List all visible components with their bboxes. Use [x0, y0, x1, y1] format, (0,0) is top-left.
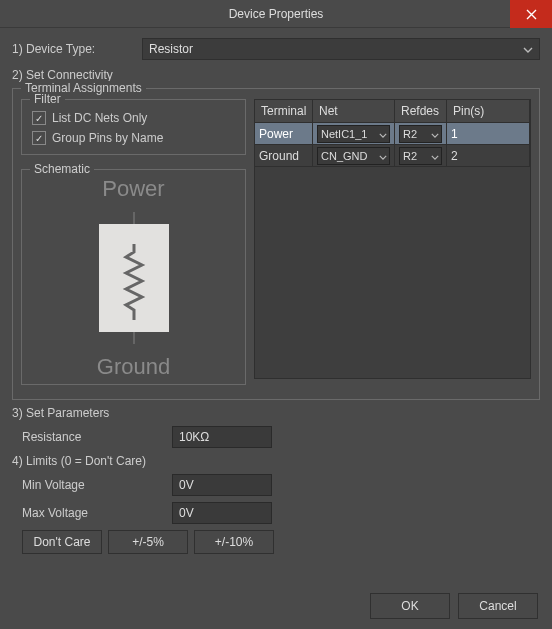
- resistor-symbol: [99, 224, 169, 332]
- cell-terminal: Power: [255, 123, 313, 144]
- filter-group: Filter ✓ List DC Nets Only ✓ Group Pins …: [21, 99, 246, 155]
- ok-button[interactable]: OK: [370, 593, 450, 619]
- terminal-assignments-group: Terminal Assignments Filter ✓ List DC Ne…: [12, 88, 540, 400]
- set-connectivity-label: 2) Set Connectivity: [12, 68, 540, 82]
- chevron-down-icon: [379, 128, 387, 140]
- min-voltage-label: Min Voltage: [22, 478, 172, 492]
- cell-net: NetIC1_1: [313, 123, 395, 144]
- chevron-down-icon: [431, 150, 439, 162]
- resistance-input[interactable]: 10KΩ: [172, 426, 272, 448]
- th-terminal[interactable]: Terminal: [255, 100, 313, 122]
- resistance-label: Resistance: [22, 430, 172, 444]
- list-dc-checkbox[interactable]: ✓ List DC Nets Only: [28, 108, 239, 128]
- device-type-value: Resistor: [149, 42, 193, 56]
- cell-net: CN_GND: [313, 145, 395, 166]
- titlebar: Device Properties: [0, 0, 552, 28]
- refdes-dropdown-value: R2: [403, 128, 417, 140]
- checkbox-icon: ✓: [32, 131, 46, 145]
- cancel-button[interactable]: Cancel: [458, 593, 538, 619]
- th-net[interactable]: Net: [313, 100, 395, 122]
- refdes-dropdown[interactable]: R2: [399, 147, 442, 165]
- chevron-down-icon: [379, 150, 387, 162]
- refdes-dropdown-value: R2: [403, 150, 417, 162]
- schematic-top-label: Power: [102, 176, 164, 202]
- net-dropdown-value: CN_GND: [321, 150, 367, 162]
- table-header: Terminal Net Refdes Pin(s): [255, 100, 530, 123]
- schematic-title: Schematic: [30, 162, 94, 176]
- th-pins[interactable]: Pin(s): [447, 100, 530, 122]
- schematic-group: Schematic Power Ground: [21, 169, 246, 385]
- dialog-footer: OK Cancel: [370, 593, 538, 619]
- window-title: Device Properties: [229, 7, 324, 21]
- terminal-table: Terminal Net Refdes Pin(s) Power NetIC1_…: [254, 99, 531, 379]
- cell-refdes: R2: [395, 145, 447, 166]
- schematic-bottom-label: Ground: [97, 354, 170, 380]
- chevron-down-icon: [523, 42, 533, 56]
- close-icon: [526, 9, 537, 20]
- group-pins-checkbox[interactable]: ✓ Group Pins by Name: [28, 128, 239, 148]
- device-type-label: 1) Device Type:: [12, 42, 142, 56]
- pm10-button[interactable]: +/-10%: [194, 530, 274, 554]
- net-dropdown[interactable]: NetIC1_1: [317, 125, 390, 143]
- list-dc-label: List DC Nets Only: [52, 111, 147, 125]
- checkbox-icon: ✓: [32, 111, 46, 125]
- max-voltage-label: Max Voltage: [22, 506, 172, 520]
- min-voltage-input[interactable]: 0V: [172, 474, 272, 496]
- chevron-down-icon: [431, 128, 439, 140]
- refdes-dropdown[interactable]: R2: [399, 125, 442, 143]
- limits-label: 4) Limits (0 = Don't Care): [12, 454, 540, 468]
- cell-refdes: R2: [395, 123, 447, 144]
- pm5-button[interactable]: +/-5%: [108, 530, 188, 554]
- cell-pins: 1: [447, 123, 530, 144]
- filter-title: Filter: [30, 92, 65, 106]
- table-row[interactable]: Ground CN_GND R2: [255, 145, 530, 167]
- dont-care-button[interactable]: Don't Care: [22, 530, 102, 554]
- max-voltage-input[interactable]: 0V: [172, 502, 272, 524]
- resistor-icon: [122, 244, 146, 320]
- th-refdes[interactable]: Refdes: [395, 100, 447, 122]
- cell-terminal: Ground: [255, 145, 313, 166]
- cell-pins: 2: [447, 145, 530, 166]
- table-row[interactable]: Power NetIC1_1 R2: [255, 123, 530, 145]
- net-dropdown-value: NetIC1_1: [321, 128, 367, 140]
- close-button[interactable]: [510, 0, 552, 28]
- set-parameters-label: 3) Set Parameters: [12, 406, 540, 420]
- net-dropdown[interactable]: CN_GND: [317, 147, 390, 165]
- device-type-dropdown[interactable]: Resistor: [142, 38, 540, 60]
- group-pins-label: Group Pins by Name: [52, 131, 163, 145]
